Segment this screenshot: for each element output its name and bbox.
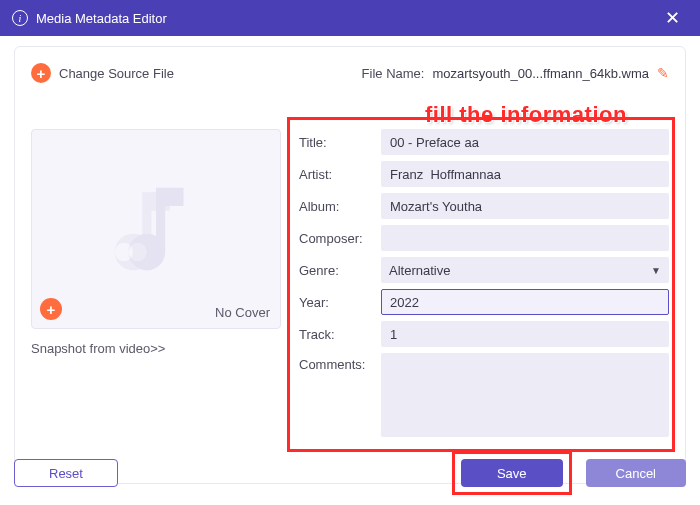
panel-topbar: + Change Source File File Name: mozartsy… bbox=[31, 59, 669, 87]
row-comments: Comments: bbox=[299, 353, 669, 437]
form-column: Title: Artist: Album: Composer: bbox=[299, 129, 669, 443]
file-name-label: File Name: bbox=[362, 66, 425, 81]
row-composer: Composer: bbox=[299, 225, 669, 251]
info-icon: i bbox=[12, 10, 28, 26]
row-year: Year: bbox=[299, 289, 669, 315]
label-composer: Composer: bbox=[299, 231, 381, 246]
label-comments: Comments: bbox=[299, 353, 381, 372]
row-album: Album: bbox=[299, 193, 669, 219]
select-genre-value: Alternative bbox=[389, 263, 450, 278]
add-cover-button[interactable]: + bbox=[40, 298, 62, 320]
input-year[interactable] bbox=[381, 289, 669, 315]
window: i Media Metadata Editor ✕ + Change Sourc… bbox=[0, 0, 700, 505]
close-icon[interactable]: ✕ bbox=[657, 3, 688, 33]
select-genre[interactable]: Alternative ▼ bbox=[381, 257, 669, 283]
label-genre: Genre: bbox=[299, 263, 381, 278]
input-composer[interactable] bbox=[381, 225, 669, 251]
label-year: Year: bbox=[299, 295, 381, 310]
cancel-button[interactable]: Cancel bbox=[586, 459, 686, 487]
cover-art-box: + No Cover bbox=[31, 129, 281, 329]
no-cover-label: No Cover bbox=[215, 305, 270, 320]
music-note-icon bbox=[101, 174, 211, 284]
annotation-callout: fill the information bbox=[425, 102, 627, 128]
row-track: Track: bbox=[299, 321, 669, 347]
label-title: Title: bbox=[299, 135, 381, 150]
titlebar: i Media Metadata Editor ✕ bbox=[0, 0, 700, 36]
plus-icon: + bbox=[31, 63, 51, 83]
chevron-down-icon: ▼ bbox=[651, 265, 661, 276]
input-track[interactable] bbox=[381, 321, 669, 347]
window-title: Media Metadata Editor bbox=[36, 11, 167, 26]
edit-filename-icon[interactable]: ✎ bbox=[657, 65, 669, 81]
label-album: Album: bbox=[299, 199, 381, 214]
footer-right: Save Cancel bbox=[452, 451, 686, 495]
snapshot-from-video-link[interactable]: Snapshot from video>> bbox=[31, 341, 281, 356]
content: + Change Source File File Name: mozartsy… bbox=[0, 36, 700, 484]
annotation-highlight-save: Save bbox=[452, 451, 572, 495]
footer: Reset Save Cancel bbox=[14, 451, 686, 495]
label-artist: Artist: bbox=[299, 167, 381, 182]
file-name-value: mozartsyouth_00...ffmann_64kb.wma bbox=[432, 66, 649, 81]
input-comments[interactable] bbox=[381, 353, 669, 437]
input-title[interactable] bbox=[381, 129, 669, 155]
row-title: Title: bbox=[299, 129, 669, 155]
main-panel: + Change Source File File Name: mozartsy… bbox=[14, 46, 686, 484]
file-name-display: File Name: mozartsyouth_00...ffmann_64kb… bbox=[362, 65, 669, 81]
body-row: + No Cover Snapshot from video>> Title: … bbox=[31, 129, 669, 443]
cover-column: + No Cover Snapshot from video>> bbox=[31, 129, 281, 443]
row-genre: Genre: Alternative ▼ bbox=[299, 257, 669, 283]
reset-button[interactable]: Reset bbox=[14, 459, 118, 487]
input-artist[interactable] bbox=[381, 161, 669, 187]
input-album[interactable] bbox=[381, 193, 669, 219]
save-button[interactable]: Save bbox=[461, 459, 563, 487]
label-track: Track: bbox=[299, 327, 381, 342]
change-source-file-button[interactable]: + Change Source File bbox=[31, 63, 174, 83]
change-source-label: Change Source File bbox=[59, 66, 174, 81]
titlebar-left: i Media Metadata Editor bbox=[12, 10, 167, 26]
row-artist: Artist: bbox=[299, 161, 669, 187]
